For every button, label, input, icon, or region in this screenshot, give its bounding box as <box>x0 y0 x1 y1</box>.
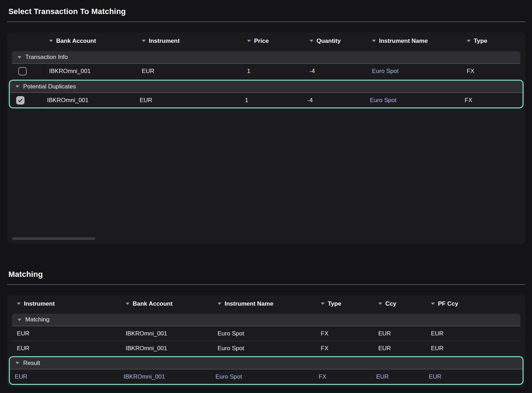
column-label: Instrument <box>149 38 180 45</box>
group-transaction-info: Transaction Info IBKROmni_001 EUR 1 -4 E… <box>12 51 520 79</box>
column-dropdown-icon[interactable] <box>467 40 471 42</box>
column-label: Bank Account <box>133 300 173 307</box>
column-header-instrument-name[interactable]: Instrument Name <box>213 300 316 307</box>
column-dropdown-icon[interactable] <box>247 40 251 42</box>
column-label: PF Ccy <box>438 300 458 307</box>
matching-row[interactable]: EUR IBKROmni_001 Euro Spot FX EUR EUR <box>12 341 520 355</box>
group-header-potential-duplicates[interactable]: Potential Duplicates <box>10 81 523 93</box>
cell-instrument: EUR <box>12 345 121 352</box>
column-label: Price <box>254 38 269 45</box>
column-dropdown-icon[interactable] <box>378 302 382 305</box>
cell-instrument-name: Euro Spot <box>213 330 316 337</box>
cell-instrument: EUR <box>135 97 240 104</box>
cell-instrument: EUR <box>12 330 121 337</box>
cell-bank-account: IBKROmni_001 <box>121 345 213 352</box>
highlighted-group-result: Result EUR IBKROmni_001 Euro Spot FX EUR… <box>9 356 524 385</box>
matching-row[interactable]: EUR IBKROmni_001 Euro Spot FX EUR EUR <box>12 326 520 341</box>
column-header-instrument[interactable]: Instrument <box>137 38 242 45</box>
column-header-type[interactable]: Type <box>462 38 520 45</box>
column-label: Instrument Name <box>379 38 428 45</box>
collapse-icon[interactable] <box>18 319 21 321</box>
column-header-pf-ccy[interactable]: PF Ccy <box>426 300 520 307</box>
column-header-instrument[interactable]: Instrument <box>12 300 121 307</box>
cell-instrument: EUR <box>137 68 242 75</box>
cell-pf-ccy: EUR <box>426 345 520 352</box>
cell-pf-ccy: EUR <box>424 373 523 380</box>
column-label: Type <box>328 300 341 307</box>
matching-header-row: Instrument Bank Account Instrument Name … <box>7 295 525 312</box>
cell-bank-account: IBKROmni_001 <box>44 68 137 75</box>
cell-ccy: EUR <box>371 373 424 380</box>
cell-instrument-name: Euro Spot <box>213 345 316 352</box>
column-dropdown-icon[interactable] <box>49 40 53 42</box>
section-divider <box>7 21 525 22</box>
cell-instrument-name-link[interactable]: Euro Spot <box>365 97 460 104</box>
column-header-type[interactable]: Type <box>316 300 373 307</box>
cell-type: FX <box>314 373 371 380</box>
column-dropdown-icon[interactable] <box>126 302 129 305</box>
cell-type: FX <box>460 97 523 104</box>
select-cell <box>10 93 42 107</box>
group-label: Potential Duplicates <box>23 83 76 90</box>
cell-bank-account: IBKROmni_001 <box>121 330 213 337</box>
column-label: Ccy <box>385 300 396 307</box>
cell-pf-ccy: EUR <box>426 330 520 337</box>
collapse-icon[interactable] <box>18 56 21 59</box>
cell-price: 1 <box>240 97 302 104</box>
transactions-table-panel: Bank Account Instrument Price Quantity I… <box>7 32 525 244</box>
column-dropdown-icon[interactable] <box>310 40 313 42</box>
column-header-quantity[interactable]: Quantity <box>305 38 367 45</box>
cell-bank-account: IBKROmni_001 <box>42 97 135 104</box>
transaction-row[interactable]: IBKROmni_001 EUR 1 -4 Euro Spot FX <box>12 64 520 79</box>
collapse-icon[interactable] <box>15 362 19 364</box>
column-dropdown-icon[interactable] <box>321 302 325 305</box>
column-label: Quantity <box>317 38 341 45</box>
column-header-ccy[interactable]: Ccy <box>373 300 426 307</box>
collapse-icon[interactable] <box>15 85 19 88</box>
group-matching: Matching EUR IBKROmni_001 Euro Spot FX E… <box>12 314 520 355</box>
column-header-instrument-name[interactable]: Instrument Name <box>367 38 462 45</box>
column-header-price[interactable]: Price <box>242 38 305 45</box>
column-label: Instrument <box>24 300 55 307</box>
select-section-title: Select Transaction To Matching <box>8 7 126 16</box>
row-checkbox[interactable] <box>18 67 27 75</box>
column-label: Bank Account <box>56 38 96 45</box>
cell-ccy: EUR <box>373 345 426 352</box>
column-label: Type <box>474 38 487 45</box>
column-header-bank-account[interactable]: Bank Account <box>121 300 213 307</box>
cell-price: 1 <box>242 68 305 75</box>
cell-type: FX <box>462 68 520 75</box>
column-label: Instrument Name <box>225 300 273 307</box>
group-header-matching[interactable]: Matching <box>12 314 520 326</box>
cell-bank-account: IBKROmni_001 <box>119 373 211 380</box>
cell-instrument-name-link[interactable]: Euro Spot <box>367 68 462 75</box>
column-dropdown-icon[interactable] <box>218 302 221 305</box>
column-dropdown-icon[interactable] <box>372 40 376 42</box>
row-checkbox[interactable] <box>16 96 25 105</box>
matching-table-panel: Instrument Bank Account Instrument Name … <box>7 295 525 387</box>
horizontal-scrollbar-thumb[interactable] <box>12 237 95 240</box>
cell-type: FX <box>316 330 373 337</box>
group-label: Matching <box>25 316 49 323</box>
select-cell <box>12 64 44 79</box>
group-label: Result <box>23 360 40 367</box>
section-divider <box>7 284 525 285</box>
cell-ccy: EUR <box>373 330 426 337</box>
column-dropdown-icon[interactable] <box>17 302 21 305</box>
group-header-result[interactable]: Result <box>10 357 523 369</box>
matching-section-title: Matching <box>8 270 43 279</box>
column-dropdown-icon[interactable] <box>142 40 146 42</box>
column-dropdown-icon[interactable] <box>431 302 435 305</box>
highlighted-group-potential-duplicates: Potential Duplicates IBKROmni_001 EUR 1 … <box>9 80 524 108</box>
cell-instrument: EUR <box>10 373 119 380</box>
cell-instrument-name: Euro Spot <box>211 373 314 380</box>
result-row[interactable]: EUR IBKROmni_001 Euro Spot FX EUR EUR <box>10 369 523 384</box>
transactions-header-row: Bank Account Instrument Price Quantity I… <box>7 32 525 49</box>
cell-type: FX <box>316 345 373 352</box>
column-header-bank-account[interactable]: Bank Account <box>44 38 137 45</box>
group-label: Transaction Info <box>25 54 68 61</box>
duplicate-row[interactable]: IBKROmni_001 EUR 1 -4 Euro Spot FX <box>10 93 523 107</box>
cell-quantity: -4 <box>302 97 365 104</box>
group-header-transaction-info[interactable]: Transaction Info <box>12 51 520 64</box>
cell-quantity: -4 <box>305 68 367 75</box>
